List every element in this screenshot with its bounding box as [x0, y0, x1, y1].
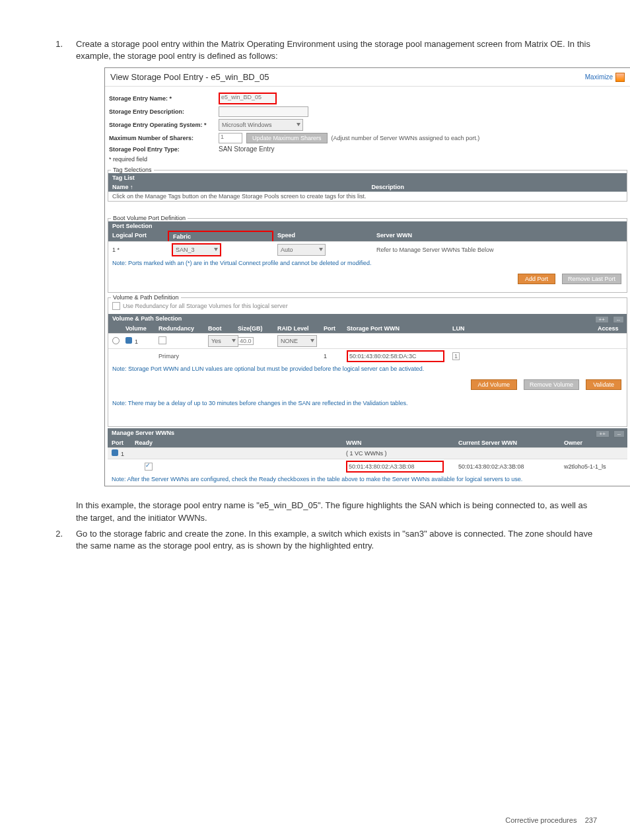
speed-select[interactable]: Auto	[277, 244, 326, 256]
current-wwn: 50:01:43:80:02:A3:3B:08	[454, 462, 560, 471]
manage-wwns-band: Manage Server WWNs	[108, 428, 591, 438]
storage-entry-name-input[interactable]: e5_win_BD_05	[219, 93, 277, 104]
th-speed[interactable]: Speed	[273, 231, 372, 241]
collapse-button[interactable]: --	[613, 316, 624, 323]
mrow-port: 1	[121, 451, 124, 457]
redundancy-label: Use Redundancy for all Storage Volumes f…	[123, 303, 288, 309]
remove-volume-button[interactable]: Remove Volume	[524, 379, 579, 390]
vth-lun[interactable]: LUN	[448, 324, 594, 333]
mid-paragraph: In this example, the storage pool entry …	[76, 500, 597, 523]
maximize-link[interactable]: Maximize	[585, 73, 613, 81]
vol-num: 1	[135, 338, 138, 345]
vth-redundancy[interactable]: Redundancy	[155, 324, 204, 333]
volume-path-group: Volume & Path Definition Use Redundancy …	[108, 294, 627, 427]
th-fabric[interactable]: Fabric	[168, 231, 273, 241]
label-entry-type: Storage Pool Entry Type:	[109, 146, 215, 153]
vth-spwwn[interactable]: Storage Port WWN	[343, 324, 448, 333]
vol-redundancy-cb[interactable]	[158, 336, 166, 344]
list-text-1: Create a storage pool entry within the M…	[76, 38, 597, 62]
tag-note: Click on the Manage Tags button on the M…	[108, 192, 627, 201]
label-storage-entry-name: Storage Entry Name: *	[109, 95, 215, 102]
th-server-wwn[interactable]: Server WWN	[372, 231, 627, 241]
add-volume-button[interactable]: Add Volume	[471, 379, 518, 390]
server-wwn-note: Refer to Manage Server WWNs Table Below	[372, 245, 627, 254]
dialog-title: View Storage Pool Entry - e5_win_BD_05	[110, 72, 269, 82]
mth-cur[interactable]: Current Server WWN	[454, 438, 560, 447]
lun-input[interactable]: 1	[452, 352, 460, 360]
storage-pool-screenshot: View Storage Pool Entry - e5_win_BD_05 M…	[104, 67, 630, 486]
th-tag-name[interactable]: Name ↑	[108, 182, 368, 192]
storage-entry-desc-input[interactable]	[219, 106, 308, 117]
remove-port-button[interactable]: Remove Last Port	[562, 274, 621, 284]
mgr-expand-button[interactable]: ++	[596, 430, 610, 438]
raid-select[interactable]: NONE	[277, 335, 317, 347]
tag-selections-group: Tag Selections Tag List Name ↑ Descripti…	[108, 167, 627, 202]
list-number-1: 1.	[33, 38, 76, 62]
fabric-select[interactable]: SAN_3	[172, 243, 221, 256]
list-text-2: Go to the storage fabric and create the …	[76, 528, 597, 552]
ready-checkbox[interactable]	[145, 463, 153, 471]
mgr-collapse-button[interactable]: --	[613, 430, 625, 438]
validate-button[interactable]: Validate	[586, 379, 621, 390]
vol-note-1: Note: Storage Port WWN and LUN values ar…	[108, 363, 627, 374]
row-radio[interactable]	[112, 337, 120, 344]
port-icon	[112, 449, 118, 456]
list-number-2: 2.	[33, 528, 76, 552]
label-storage-entry-desc: Storage Entry Description:	[109, 108, 215, 115]
owner: w2tloho5-1-1_ls	[560, 462, 627, 471]
vth-boot[interactable]: Boot	[204, 324, 234, 333]
vth-volume[interactable]: Volume	[122, 324, 155, 333]
volume-icon	[125, 337, 132, 344]
vol-note-2: Note: There may be a delay of up to 30 m…	[108, 398, 627, 426]
th-logical-port[interactable]: Logical Port	[108, 231, 168, 241]
update-max-sharers-button[interactable]: Update Maximum Sharers	[246, 133, 328, 143]
vth-size[interactable]: Size(GB)	[234, 324, 273, 333]
boot-port-def-group: Boot Volume Port Definition Port Selecti…	[108, 215, 627, 293]
port-selection-band: Port Selection	[108, 221, 627, 231]
maximize-icon[interactable]	[615, 73, 625, 82]
port-row-num: 1 *	[108, 245, 168, 254]
th-tag-desc[interactable]: Description	[368, 182, 627, 192]
mth-port[interactable]: Port	[108, 438, 131, 447]
vth-access[interactable]: Access	[594, 324, 627, 333]
mth-owner[interactable]: Owner	[560, 438, 627, 447]
vth-port[interactable]: Port	[320, 324, 343, 333]
mgr-note: Note: After the Server WWNs are configur…	[108, 474, 627, 484]
tag-list-band: Tag List	[108, 173, 627, 182]
vc-wwns-count: ( 1 VC WWNs )	[342, 449, 454, 458]
footer-section: Corrective procedures	[505, 816, 577, 824]
port-note: Note: Ports marked with an (*) are in th…	[108, 258, 627, 268]
adjust-hint: (Adjust number of Server WWNs assigned t…	[332, 135, 480, 141]
vth-raid[interactable]: RAID Level	[273, 324, 320, 333]
max-sharers-input[interactable]: 1	[219, 133, 242, 143]
mth-ready[interactable]: Ready	[131, 438, 342, 447]
port-value: 1	[320, 352, 343, 361]
tag-selections-legend: Tag Selections	[111, 167, 154, 173]
add-port-button[interactable]: Add Port	[518, 274, 555, 284]
mth-wwn[interactable]: WWN	[342, 438, 454, 447]
expand-button[interactable]: ++	[595, 316, 609, 323]
storage-port-wwn-input[interactable]: 50:01:43:80:02:58:DA:3C	[347, 350, 444, 362]
boot-port-legend: Boot Volume Port Definition	[111, 215, 188, 221]
required-field-note: * required field	[105, 156, 630, 165]
label-max-sharers: Maximum Number of Sharers:	[109, 135, 215, 141]
vol-path-sel-band: Volume & Path Selection	[108, 314, 590, 324]
size-input[interactable]: 40.0	[238, 337, 254, 345]
primary-label: Primary	[155, 352, 204, 361]
boot-select[interactable]: Yes	[208, 335, 238, 347]
redundancy-checkbox[interactable]	[112, 302, 120, 310]
entry-type-value: SAN Storage Entry	[219, 145, 274, 153]
footer-page-number: 237	[585, 816, 597, 824]
wwn-input[interactable]: 50:01:43:80:02:A3:3B:08	[346, 461, 444, 473]
os-select[interactable]: Microsoft Windows	[219, 119, 303, 131]
vol-path-legend: Volume & Path Definition	[111, 294, 181, 301]
label-os: Storage Entry Operating System: *	[109, 122, 215, 128]
